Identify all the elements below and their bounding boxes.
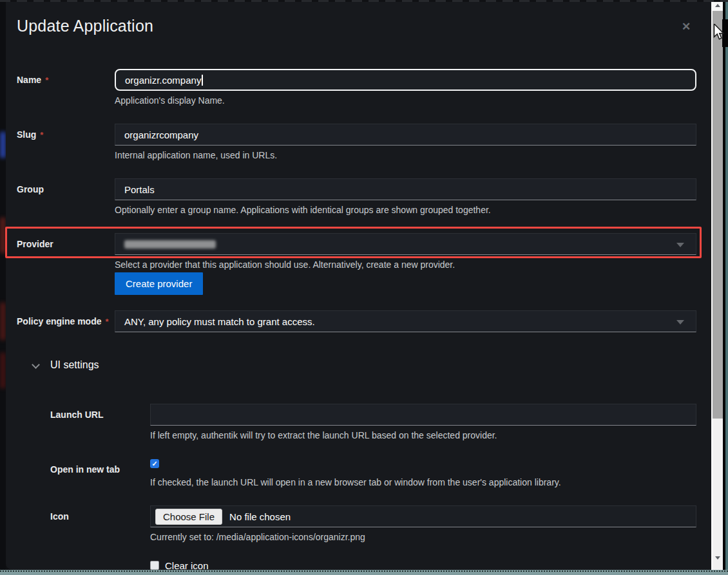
icon-file-input[interactable]: Choose File No file chosen: [150, 505, 696, 527]
window-edge-teal: [725, 0, 728, 570]
modal-title: Update Application: [17, 17, 153, 35]
open-in-new-tab-help: If checked, the launch URL will open in …: [150, 477, 561, 487]
page-backdrop-strip: [0, 0, 6, 570]
policy-engine-mode-select[interactable]: ANY, any policy must match to grant acce…: [115, 310, 696, 332]
slug-label: Slug*: [17, 129, 43, 140]
check-icon: ✓: [151, 459, 157, 468]
open-in-new-tab-label: Open in new tab: [50, 464, 120, 475]
screenshot-canvas: Update Application ✕ Name* organizr.comp…: [0, 0, 728, 575]
clear-icon-checkbox[interactable]: [150, 561, 159, 570]
open-in-new-tab-checkbox[interactable]: ✓: [150, 459, 159, 468]
launch-url-help: If left empty, authentik will try to ext…: [150, 430, 497, 440]
mouse-cursor: [713, 24, 725, 41]
group-label: Group: [17, 184, 44, 194]
slug-input[interactable]: organizrcompany: [115, 124, 696, 146]
scrollbar-thumb[interactable]: [713, 11, 723, 419]
group-help: Optionally enter a group name. Applicati…: [115, 205, 491, 215]
clear-icon-label: Clear icon: [165, 560, 209, 570]
slug-help: Internal application name, used in URLs.: [115, 150, 277, 160]
annotation-highlight: [5, 227, 702, 258]
launch-url-input[interactable]: [150, 404, 696, 426]
launch-url-label: Launch URL: [50, 410, 103, 420]
backdrop-blue-blob: [0, 132, 6, 158]
text-cursor: [202, 75, 203, 86]
policy-engine-mode-value: ANY, any policy must match to grant acce…: [124, 316, 315, 327]
file-status-text: No file chosen: [229, 511, 291, 522]
chevron-down-icon: [676, 320, 684, 325]
close-icon[interactable]: ✕: [682, 20, 691, 33]
name-help: Application's display Name.: [115, 95, 225, 106]
scrollbar-down-button[interactable]: [713, 552, 723, 563]
icon-label: Icon: [50, 511, 69, 522]
section-ui-settings[interactable]: UI settings: [50, 359, 99, 371]
slug-input-value: organizrcompany: [124, 129, 198, 140]
name-label: Name*: [17, 75, 48, 85]
provider-help: Select a provider that this application …: [115, 259, 455, 270]
group-input-value: Portals: [124, 184, 155, 195]
capture-border-top: [0, 0, 728, 2]
required-asterisk: *: [45, 75, 48, 85]
arrow-up-icon: [715, 4, 720, 7]
policy-engine-mode-label: Policy engine mode*: [17, 316, 109, 326]
group-input[interactable]: Portals: [115, 178, 696, 200]
required-asterisk: *: [40, 130, 43, 140]
backdrop-red-blob: [0, 353, 6, 388]
required-asterisk: *: [105, 317, 108, 326]
vertical-scrollbar[interactable]: [711, 0, 723, 570]
backdrop-red-blob: [0, 303, 6, 340]
chevron-down-icon[interactable]: [32, 361, 40, 369]
choose-file-button[interactable]: Choose File: [155, 509, 222, 525]
capture-border-bottom: [0, 570, 728, 575]
arrow-down-icon: [715, 556, 720, 560]
create-provider-button[interactable]: Create provider: [115, 272, 203, 295]
name-input-value: organizr.company: [125, 75, 201, 86]
update-application-modal: Update Application ✕ Name* organizr.comp…: [6, 1, 711, 570]
name-input[interactable]: organizr.company: [115, 69, 696, 91]
icon-help: Currently set to: /media/application-ico…: [150, 532, 365, 542]
